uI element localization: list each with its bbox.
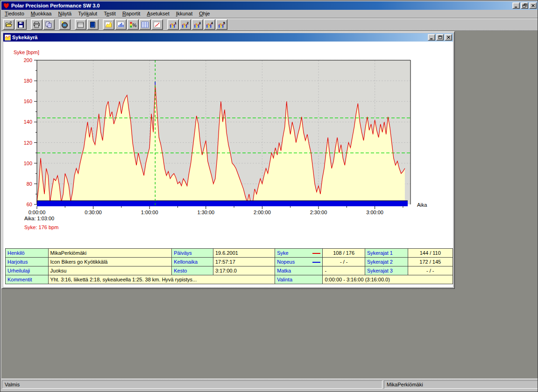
field-value-172-145[interactable]: 172 / 145 (408, 258, 453, 266)
field-label-sykerajat-2: Sykerajat 2 (365, 258, 408, 266)
status-person: MikaPerkiömäki (384, 380, 538, 389)
toolbar-calendar-button[interactable] (75, 19, 86, 30)
app-window-buttons (512, 2, 538, 9)
svg-text:140: 140 (24, 119, 32, 125)
toolbar-curve-select-5-button[interactable]: 5 (216, 19, 227, 30)
svg-text:2:30:00: 2:30:00 (310, 210, 327, 215)
menu-item-raportit[interactable]: Raportit (119, 10, 144, 18)
field-label-nopeus: Nopeus (275, 258, 323, 266)
y-axis-label: Syke [bpm] (14, 49, 39, 55)
svg-text:%: % (133, 23, 137, 28)
toolbar-diary-button[interactable] (87, 19, 99, 30)
field-value-empty[interactable]: - (323, 266, 365, 275)
svg-text:120: 120 (24, 140, 32, 146)
field-label-valinta: Valinta (275, 275, 323, 284)
svg-text:5: 5 (223, 21, 225, 25)
menu-item-muokkaa[interactable]: Muokkaa (28, 10, 55, 18)
app-title: Polar Precision Performance SW 3.0 (11, 3, 100, 8)
toolbar-curve-select-4-button[interactable]: 4 (204, 19, 215, 30)
menu-item-testit[interactable]: Testit (100, 10, 119, 18)
chart-window-title: Sykekäyrä (12, 35, 37, 40)
svg-text:1: 1 (175, 21, 177, 25)
chart-window-content: 60801001201401601802000:00:000:30:001:00… (3, 42, 453, 287)
toolbar-copy-button[interactable] (43, 19, 55, 30)
field-value-empty[interactable]: - / - (323, 258, 365, 266)
field-label-harjoitus: Harjoitus (6, 258, 49, 266)
table-row: KommentitYht. 3:16, liikettä 2:18, sykea… (6, 275, 453, 284)
svg-text:0:00:00: 0:00:00 (28, 210, 46, 215)
x-tick-labels: 0:00:000:30:001:00:001:30:002:00:002:30:… (28, 210, 383, 215)
menu-item-ohje[interactable]: Ohje (196, 10, 213, 18)
minimize-button[interactable] (428, 34, 435, 41)
cursor-heart-rate-readout: Syke: 176 bpm (24, 224, 58, 230)
maximize-button[interactable] (436, 34, 444, 41)
menu-item-ikkunat[interactable]: Ikkunat (173, 10, 196, 18)
field-value-3-17-00-0[interactable]: 3:17:00.0 (213, 266, 275, 275)
close-button[interactable] (529, 2, 537, 9)
heart-rate-chart[interactable]: 60801001201401601802000:00:000:30:001:00… (3, 42, 453, 247)
field-value-108-176[interactable]: 108 / 176 (323, 249, 365, 258)
table-row: UrheilulajiJuoksuKesto3:17:00.0Matka-Syk… (6, 266, 453, 275)
svg-text:3: 3 (199, 21, 201, 25)
field-value-mikaperkiomaki[interactable]: MikaPerkiömäki (48, 249, 172, 258)
toolbar-save-button[interactable] (15, 19, 27, 30)
toolbar-print-button[interactable] (31, 19, 42, 30)
toolbar-distribution-view-button[interactable] (115, 19, 127, 30)
svg-text:200: 200 (24, 57, 32, 63)
close-button[interactable] (445, 34, 452, 41)
field-value-19-6-2001[interactable]: 19.6.2001 (213, 249, 275, 258)
toolbar-curve-select-2-button[interactable]: 2 (179, 19, 191, 30)
toolbar-curve-view-button[interactable] (103, 19, 114, 30)
svg-text:0:30:00: 0:30:00 (85, 210, 102, 215)
x-axis-label: Aika (417, 202, 427, 208)
field-value-0-00-00-3-16-00-3-16-00-0[interactable]: 0:00:00 - 3:16:00 (3:16:00.0) (323, 275, 453, 284)
chart-window-buttons (428, 34, 453, 41)
field-label-sykerajat-3: Sykerajat 3 (365, 266, 408, 275)
menu-item-tiedosto[interactable]: Tiedosto (1, 10, 28, 18)
session-duration-bar (37, 201, 408, 206)
svg-text:100: 100 (24, 161, 32, 166)
field-value-144-110[interactable]: 144 / 110 (408, 249, 453, 258)
toolbar-open-button[interactable] (3, 19, 14, 30)
app-title-bar[interactable]: Polar Precision Performance SW 3.0 (1, 1, 538, 10)
toolbar-table-view-button[interactable] (139, 19, 151, 30)
field-label-kellonaika: Kellonaika (172, 258, 213, 266)
field-value-empty[interactable]: - / - (408, 266, 453, 275)
field-value-icon-bikers-go-kyotikkala[interactable]: Icon Bikers go Kyötikkälä (48, 258, 172, 266)
toolbar-exercise-button[interactable] (59, 19, 71, 30)
svg-text:1:00:00: 1:00:00 (141, 210, 158, 215)
y-tick-labels: 6080100120140160180200 (24, 57, 32, 207)
field-label-henkilo: Henkilö (6, 249, 49, 258)
menu-bar: TiedostoMuokkaaNäytäTyökalutTestitRaport… (1, 10, 538, 18)
svg-text:160: 160 (24, 98, 32, 104)
y-axis-ticks (34, 60, 37, 204)
toolbar-scatter-view-button[interactable] (151, 19, 163, 30)
chart-window-title-bar[interactable]: Sykekäyrä (3, 33, 453, 42)
application-window: { "app_window": { "title": "Polar Precis… (0, 0, 538, 392)
x-axis-ticks (37, 206, 403, 209)
chart-window-icon (5, 35, 11, 41)
field-value-juoksu[interactable]: Juoksu (48, 266, 172, 275)
menu-item-asetukset[interactable]: Asetukset (143, 10, 172, 18)
field-value-yht-3-16-liiketta-2-18-sykealueella-1-25-38-km-hyva-rypistys[interactable]: Yht. 3:16, liikettä 2:18, sykealueella 1… (48, 275, 275, 284)
field-label-paivays: Päiväys (172, 249, 213, 258)
field-label-urheilulaji: Urheilulaji (6, 266, 49, 275)
status-message: Valmis (2, 380, 382, 389)
field-label-kommentit: Kommentit (6, 275, 49, 284)
heart-icon (3, 2, 10, 9)
menu-item-nayta[interactable]: Näytä (55, 10, 75, 18)
minimize-button[interactable] (512, 2, 520, 9)
toolbar-curve-select-1-button[interactable]: 1 (167, 19, 179, 30)
cursor-time-readout: Aika: 1:03:00 (24, 216, 54, 221)
status-bar: Valmis MikaPerkiömäki (1, 378, 538, 389)
toolbar: %12345 (1, 19, 538, 31)
series-legend-dash (312, 262, 320, 263)
chart-window: Sykekäyrä 60801001201401601802000:00:000… (1, 31, 455, 289)
restore-button[interactable] (521, 2, 528, 9)
toolbar-curve-select-3-button[interactable]: 3 (191, 19, 203, 30)
toolbar-zone-percent-view-button[interactable]: % (127, 19, 139, 30)
field-label-matka: Matka (275, 266, 323, 275)
svg-text:80: 80 (27, 181, 32, 187)
menu-item-tyokalut[interactable]: Työkalut (75, 10, 100, 18)
field-value-17-57-17[interactable]: 17:57:17 (213, 258, 275, 266)
